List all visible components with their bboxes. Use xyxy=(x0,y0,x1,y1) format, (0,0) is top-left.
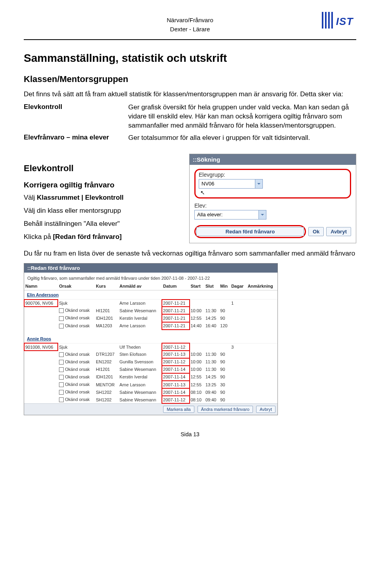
ok-button[interactable]: Ok xyxy=(308,227,324,236)
cell-datum: 2007-11-21 xyxy=(162,322,189,330)
cell-anmald: Kerstin Iverdal xyxy=(118,314,162,322)
redan-ford-franvaro-button[interactable]: Redan förd frånvaro xyxy=(196,227,304,236)
cell-kurs: HI1201 xyxy=(95,307,118,314)
cell-slut: 13:25 xyxy=(204,381,219,388)
ist-logo: IST xyxy=(319,12,356,34)
elev-select[interactable]: Alla elever: xyxy=(194,210,266,220)
row-checkbox[interactable] xyxy=(59,352,64,357)
cell-min: 120 xyxy=(219,322,230,330)
cell-anmald: Sabine Wesemann xyxy=(118,366,162,373)
cell-orsak: Okänd orsak xyxy=(58,388,95,396)
cell-dagar: 3 xyxy=(230,343,246,351)
cell-datum: 2007-11-14 xyxy=(162,388,189,396)
step-5: Du får nu fram en lista över de senaste … xyxy=(24,249,356,258)
cell-orsak: Sjuk xyxy=(58,300,95,307)
student-name-link[interactable]: Elin Andersson xyxy=(25,292,60,298)
student-name-link[interactable]: Annie Roos xyxy=(25,336,53,342)
cell-anmald: Sabine Wesemann xyxy=(118,396,162,403)
chevron-down-icon[interactable] xyxy=(258,210,266,219)
cell-kurs: SH1202 xyxy=(95,396,118,403)
redan-button-highlight: Redan förd frånvaro xyxy=(194,225,306,238)
col-namn: Namn xyxy=(24,282,58,290)
cell-min: 90 xyxy=(219,388,230,396)
button-bar: Redan förd frånvaro Ok Avbryt xyxy=(194,225,351,238)
row-checkbox[interactable] xyxy=(59,308,64,313)
col-slut: Slut xyxy=(204,282,219,290)
cell-start: 10:00 xyxy=(190,358,204,366)
screenshot-sokning-panel: ::Sökning Elevgrupp: NV06 ↖ Elev: Alla e… xyxy=(189,154,356,243)
header-rule xyxy=(24,39,356,40)
cell-anmald: Ulf Theden xyxy=(118,343,162,351)
step-4: Klicka på [Redan förd frånvaro] xyxy=(24,233,182,242)
cell-orsak: Okänd orsak xyxy=(58,396,95,403)
cell-min: 90 xyxy=(219,358,230,366)
cell-kurs: IDH1201 xyxy=(95,373,118,381)
cell-slut: 11:30 xyxy=(204,307,219,314)
detail-row: Okänd orsakEN1202Gunilla Svensson2007-11… xyxy=(24,358,277,366)
def-desc-elevfranvaro: Ger totalsummor för alla elever i gruppe… xyxy=(128,134,356,143)
cell-namn: 900706, NV06 xyxy=(24,300,58,307)
table-footer-bar: Markera alla Ändra markerad frånvaro Avb… xyxy=(24,403,277,415)
subsection-korrigera: Korrigera ogiltig frånvaro xyxy=(24,181,182,189)
cell-slut: 14:25 xyxy=(204,314,219,322)
panel-title: ::Redan förd frånvaro xyxy=(24,263,277,273)
row-checkbox[interactable] xyxy=(59,367,64,372)
markera-alla-button[interactable]: Markera alla xyxy=(163,406,194,413)
cell-datum: 2007-11-12 xyxy=(162,343,189,351)
avbryt-button[interactable]: Avbryt xyxy=(326,227,351,236)
col-dagar: Dagar xyxy=(230,282,246,290)
chevron-down-icon[interactable] xyxy=(255,179,262,188)
screenshot-redan-ford-table: ::Redan förd frånvaro Ogiltig frånvaro, … xyxy=(24,263,278,415)
cell-slut: 11:30 xyxy=(204,358,219,366)
andra-markerad-button[interactable]: Ändra markerad frånvaro xyxy=(198,406,253,413)
cell-anmald: Kerstin Iverdal xyxy=(118,373,162,381)
step-1: Välj Klassrummet | Elevkontroll xyxy=(24,193,182,202)
cell-anmald: Sabine Wesemann xyxy=(118,307,162,314)
elevgrupp-field-highlight: Elevgrupp: NV06 ↖ xyxy=(194,169,351,199)
cell-kurs: MA1203 xyxy=(95,322,118,330)
page-header: Närvaro/Frånvaro Dexter - Lärare IST xyxy=(24,16,356,34)
student-name-row: Elin Andersson xyxy=(24,290,277,300)
cell-start: 12:55 xyxy=(190,314,204,322)
cell-slut: 11:30 xyxy=(204,366,219,373)
step-2: Välj din klass eller mentorsgrupp xyxy=(24,206,182,216)
elev-label: Elev: xyxy=(194,202,351,209)
cell-datum: 2007-11-12 xyxy=(162,396,189,403)
cell-start: 12:55 xyxy=(190,373,204,381)
cell-orsak: Okänd orsak xyxy=(58,314,95,322)
detail-row: Okänd orsakHI1201Sabine Wesemann2007-11-… xyxy=(24,366,277,373)
row-checkbox[interactable] xyxy=(59,316,64,321)
col-anmald: Anmäld av xyxy=(118,282,162,290)
cell-slut: 11:30 xyxy=(204,351,219,358)
cell-datum: 2007-11-12 xyxy=(162,358,189,366)
cell-slut: 09:40 xyxy=(204,396,219,403)
cell-min: 30 xyxy=(219,381,230,388)
intro-text: Det finns två sätt att få fram aktuell s… xyxy=(24,90,356,99)
cell-start: 12:55 xyxy=(190,381,204,388)
row-checkbox[interactable] xyxy=(59,382,64,387)
avbryt-button[interactable]: Avbryt xyxy=(256,406,276,413)
cell-kurs: SH1202 xyxy=(95,388,118,396)
panel-title: ::Sökning xyxy=(190,154,356,165)
row-checkbox[interactable] xyxy=(59,397,64,402)
row-checkbox[interactable] xyxy=(59,390,64,395)
student-main-row: 901008, NV06SjukUlf Theden2007-11-123 xyxy=(24,343,277,351)
cell-slut: 09:40 xyxy=(204,388,219,396)
elevgrupp-select[interactable]: NV06 xyxy=(199,179,263,189)
cell-datum: 2007-11-13 xyxy=(162,381,189,388)
student-name-row: Annie Roos xyxy=(24,334,277,344)
row-checkbox[interactable] xyxy=(59,360,64,365)
cell-datum: 2007-11-21 xyxy=(162,314,189,322)
cell-anmald: Arne Larsson xyxy=(118,300,162,307)
elevgrupp-value: NV06 xyxy=(199,181,255,187)
cell-orsak: Okänd orsak xyxy=(58,322,95,330)
cell-start: 14:40 xyxy=(190,322,204,330)
row-checkbox[interactable] xyxy=(59,375,64,380)
cell-slut: 14:25 xyxy=(204,373,219,381)
cell-start: 10:00 xyxy=(190,366,204,373)
cell-orsak: Okänd orsak xyxy=(58,351,95,358)
cell-kurs: HI1201 xyxy=(95,366,118,373)
cell-datum: 2007-11-14 xyxy=(162,373,189,381)
row-checkbox[interactable] xyxy=(59,324,64,328)
cell-kurs xyxy=(95,300,118,307)
